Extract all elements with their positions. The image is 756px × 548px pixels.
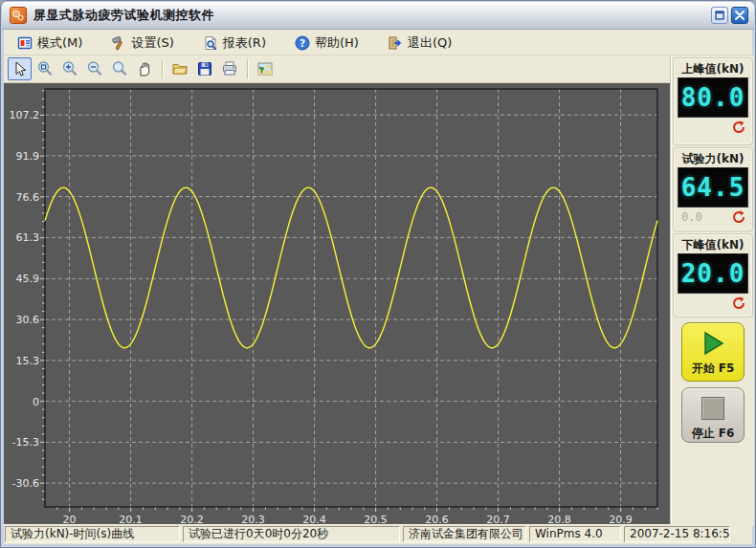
- status-company: 济南试金集团有限公司: [403, 526, 526, 542]
- status-curve-name: 试验力(kN)-时间(s)曲线: [5, 526, 180, 542]
- upper-peak-refresh-button[interactable]: [731, 120, 746, 135]
- play-icon: [699, 329, 727, 358]
- svg-text:-30.6: -30.6: [12, 477, 39, 490]
- lower-peak-refresh-button[interactable]: [731, 296, 746, 311]
- start-button-label: 开始 F5: [682, 361, 744, 377]
- test-force-secondary-value: 0.0: [681, 210, 702, 224]
- zoom-out-tool-button[interactable]: [82, 57, 106, 80]
- open-file-button[interactable]: [167, 57, 191, 80]
- image-icon: [256, 60, 274, 77]
- upper-peak-display: 80.0: [678, 77, 748, 118]
- menu-item-label: 报表(R): [223, 34, 266, 52]
- zoom-out-icon: [86, 60, 103, 77]
- test-force-refresh-button[interactable]: [731, 209, 746, 225]
- menu-item-help[interactable]: ? 帮助(H): [287, 32, 367, 55]
- settings-hammer-icon: [111, 35, 126, 51]
- mode-icon: [17, 35, 33, 51]
- zoom-in-icon: [61, 60, 78, 77]
- app-window: 屏显式脉动疲劳试验机测控软件: [0, 0, 756, 548]
- test-force-display: 64.5: [678, 167, 748, 208]
- image-view-button[interactable]: [253, 57, 277, 80]
- save-button[interactable]: [192, 57, 216, 80]
- zoom-in-tool-button[interactable]: [57, 57, 81, 80]
- status-datetime: 2007-2-15 8:16:53: [624, 526, 730, 542]
- svg-text:107.2: 107.2: [10, 109, 40, 121]
- start-button[interactable]: 开始 F5: [681, 322, 745, 382]
- svg-text:0: 0: [33, 396, 39, 408]
- toolbar-separator: [162, 59, 163, 78]
- svg-text:?: ?: [300, 37, 305, 49]
- magnifier-icon: [111, 60, 128, 77]
- toolbar: [4, 55, 670, 83]
- pan-tool-button[interactable]: [132, 57, 156, 80]
- window-title: 屏显式脉动疲劳试验机测控软件: [33, 7, 214, 24]
- help-icon: ?: [295, 35, 310, 51]
- app-icon: [10, 7, 27, 24]
- pointer-tool-button[interactable]: [8, 57, 32, 80]
- report-preview-icon: [203, 35, 218, 51]
- status-elapsed-time: 试验已进行0天0时0分20秒: [183, 526, 400, 542]
- svg-text:-15.3: -15.3: [12, 436, 39, 449]
- menu-item-label: 帮助(H): [315, 34, 359, 52]
- menu-item-mode[interactable]: 模式(M): [10, 32, 90, 55]
- svg-text:91.9: 91.9: [16, 150, 40, 163]
- lower-peak-group: 下峰值(kN) 20.0: [673, 233, 753, 318]
- stop-button[interactable]: 停止 F6: [681, 387, 745, 443]
- upper-peak-label: 上峰值(kN): [674, 58, 752, 76]
- svg-text:15.3: 15.3: [16, 355, 40, 367]
- force-time-curve: 2020.120.220.320.420.520.620.720.820.910…: [4, 83, 670, 526]
- title-bar[interactable]: 屏显式脉动疲劳试验机测控软件: [2, 2, 754, 30]
- exit-door-icon: [388, 35, 403, 51]
- stop-button-label: 停止 F6: [682, 426, 744, 442]
- test-force-group: 试验力(kN) 64.5 0.0: [673, 147, 753, 231]
- maximize-icon: [715, 11, 724, 20]
- test-force-label: 试验力(kN): [674, 148, 752, 165]
- svg-text:76.6: 76.6: [16, 191, 40, 204]
- lower-peak-value: 20.0: [681, 259, 745, 288]
- open-folder-icon: [171, 60, 189, 77]
- control-panel: 上峰值(kN) 80.0 试验力(kN) 64.5 0.0: [670, 55, 754, 526]
- maximize-button[interactable]: [711, 7, 728, 24]
- menu-bar: 模式(M) 设置(S) 报表(R) ? 帮助(H): [4, 31, 752, 55]
- zoom-window-tool-button[interactable]: [33, 57, 56, 80]
- gears-icon: [11, 9, 25, 22]
- svg-text:30.6: 30.6: [16, 314, 40, 326]
- upper-peak-group: 上峰值(kN) 80.0: [673, 57, 753, 145]
- zoom-window-icon: [36, 60, 54, 77]
- menu-item-label: 模式(M): [37, 34, 82, 52]
- close-button[interactable]: [731, 7, 748, 24]
- chart-plot[interactable]: 2020.120.220.320.420.520.620.720.820.910…: [4, 83, 670, 526]
- print-icon: [221, 60, 238, 77]
- status-software-version: WinPms 4.0: [529, 526, 621, 542]
- status-bar: 试验力(kN)-时间(s)曲线 试验已进行0天0时0分20秒 济南试金集团有限公…: [4, 524, 752, 544]
- toolbar-separator: [247, 59, 248, 78]
- save-icon: [196, 60, 213, 77]
- lower-peak-display: 20.0: [678, 253, 748, 294]
- svg-text:61.3: 61.3: [16, 231, 40, 244]
- test-force-value: 64.5: [681, 173, 745, 202]
- pan-hand-icon: [136, 60, 153, 77]
- magnifier-tool-button[interactable]: [107, 57, 131, 80]
- close-icon: [735, 11, 745, 20]
- menu-item-label: 退出(Q): [408, 34, 452, 52]
- svg-text:45.9: 45.9: [16, 273, 40, 285]
- menu-item-settings[interactable]: 设置(S): [103, 32, 181, 55]
- lower-peak-label: 下峰值(kN): [674, 234, 752, 252]
- menu-item-exit[interactable]: 退出(Q): [380, 32, 459, 55]
- menu-item-label: 设置(S): [131, 34, 173, 52]
- pointer-icon: [11, 60, 29, 77]
- upper-peak-value: 80.0: [681, 83, 745, 112]
- stop-icon: [701, 397, 724, 420]
- menu-item-report[interactable]: 报表(R): [195, 32, 274, 55]
- print-button[interactable]: [217, 57, 241, 80]
